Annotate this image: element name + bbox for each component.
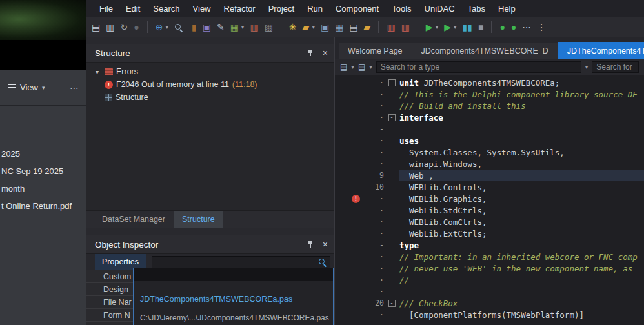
code-line-7[interactable]: · System.Classes, System.SysUtils,: [335, 146, 644, 158]
getit-icon[interactable]: ▦: [230, 23, 239, 32]
chevron-down-icon[interactable]: ▾: [585, 64, 589, 70]
code-line-5[interactable]: -: [335, 123, 644, 135]
menu-refactor[interactable]: Refactor: [217, 0, 262, 17]
new-items-icon[interactable]: ▤: [92, 23, 100, 32]
code-line-8[interactable]: · winapi.Windows,: [335, 158, 644, 170]
menu-search[interactable]: Search: [146, 0, 186, 17]
property-search-input[interactable]: [152, 258, 318, 267]
class-browser-icon[interactable]: ▤: [340, 63, 347, 72]
type-search-input[interactable]: [376, 61, 581, 73]
code-line-2[interactable]: ·// This is the Delphi component library…: [335, 88, 644, 100]
stop-icon[interactable]: ■: [478, 23, 483, 32]
code-line-1[interactable]: ·unit JDTheComponents4TMSWEBCOREa;: [335, 77, 644, 88]
menu-run[interactable]: Run: [301, 0, 329, 17]
pin-icon[interactable]: [307, 241, 314, 248]
attach-icon[interactable]: ●: [499, 23, 505, 32]
code-line-10[interactable]: 10 WEBLib.Controls,: [335, 181, 644, 193]
deploy-icon[interactable]: ▨: [265, 23, 273, 32]
code-line-21[interactable]: · [ComponentPlatforms(TMSWebPlatform)]: [335, 309, 644, 320]
platform-icon[interactable]: ▥: [250, 23, 258, 32]
dropdown-chevron-icon[interactable]: ▾: [454, 24, 457, 30]
menu-edit[interactable]: Edit: [119, 0, 146, 17]
code-line-14[interactable]: · WebLib.ExtCtrls;: [335, 228, 644, 239]
close-icon[interactable]: ×: [323, 240, 328, 249]
panel-tab-dataset-manager[interactable]: DataSet Manager: [94, 211, 173, 228]
refresh-icon[interactable]: ↻: [120, 23, 128, 32]
fold-icon[interactable]: [388, 79, 396, 86]
file-item[interactable]: t Online Return.pdf: [0, 197, 86, 215]
help-book-icon[interactable]: ▮: [192, 23, 197, 32]
close-icon[interactable]: ×: [323, 48, 328, 57]
run-without-debugging-icon[interactable]: ▶: [444, 23, 451, 32]
more-options-button[interactable]: ⋯: [70, 83, 79, 93]
code-line-16[interactable]: ·// Important: in an inherited webcore o…: [335, 251, 644, 262]
toggle-form-icon[interactable]: ▥: [387, 23, 395, 32]
dropdown-chevron-icon[interactable]: ▾: [241, 24, 245, 30]
code-line-13[interactable]: · WEBLib.ComCtrls,: [335, 216, 644, 228]
style-pen-icon[interactable]: ✎: [217, 23, 225, 32]
save-all-icon[interactable]: ▦: [335, 23, 343, 32]
tree-row[interactable]: ▾Errors: [86, 65, 334, 78]
chevron-down-icon[interactable]: ▾: [351, 64, 354, 70]
menu-view[interactable]: View: [186, 0, 217, 17]
menu-unidac[interactable]: UniDAC: [418, 0, 461, 17]
editor-tab[interactable]: JDcomponents4TMSWEBCORE_D: [412, 43, 558, 59]
dropdown-chevron-icon[interactable]: ▾: [165, 24, 168, 30]
unit-browser-icon[interactable]: ▤: [358, 63, 365, 72]
code-line-19[interactable]: ·: [335, 286, 644, 297]
tree-row[interactable]: F2046 Out of memory at line 11 (11:18): [86, 78, 334, 91]
sphere-icon[interactable]: ●: [134, 23, 139, 32]
save-icon[interactable]: ▣: [321, 23, 329, 32]
code-line-9[interactable]: 9 Web ,: [335, 170, 644, 181]
code-line-11[interactable]: · WEBLib.Graphics,: [335, 193, 644, 204]
editor-tab[interactable]: Welcome Page: [339, 43, 412, 59]
code-line-4[interactable]: ·interface: [335, 112, 644, 123]
menu-project[interactable]: Project: [262, 0, 301, 17]
code-line-20[interactable]: 20/// CheckBox: [335, 297, 644, 309]
dropdown-chevron-icon[interactable]: ▾: [436, 24, 439, 30]
run-icon[interactable]: ▶: [426, 23, 433, 32]
search-icon[interactable]: [174, 23, 183, 32]
error-icon[interactable]: [352, 195, 360, 203]
pause-icon[interactable]: ▮▮: [462, 23, 472, 32]
new-form-icon[interactable]: ✳: [289, 23, 297, 32]
fold-icon[interactable]: [388, 114, 396, 121]
code-editor[interactable]: ·unit JDTheComponents4TMSWEBCOREa;·// Th…: [335, 75, 644, 325]
menu-tools[interactable]: Tools: [385, 0, 418, 17]
fold-icon[interactable]: [388, 300, 396, 307]
recent-folder-icon[interactable]: ▰: [364, 23, 371, 32]
file-item[interactable]: 2025: [0, 145, 86, 162]
pin-icon[interactable]: [307, 49, 314, 57]
code-line-15[interactable]: -type: [335, 239, 644, 251]
view-button[interactable]: View: [20, 83, 38, 92]
menu-component[interactable]: Component: [329, 0, 385, 17]
dropdown-chevron-icon[interactable]: ▾: [312, 24, 315, 30]
web-globe-icon[interactable]: ⊕: [156, 23, 163, 32]
code-line-12[interactable]: · WebLib.StdCtrls,: [335, 204, 644, 216]
menu-help[interactable]: Help: [492, 0, 522, 17]
menu-file[interactable]: File: [93, 0, 119, 17]
tree-row[interactable]: Structure: [86, 91, 334, 104]
editor-tab[interactable]: JDTheComponents4TMSWEBCOREa: [558, 42, 644, 59]
filename-item[interactable]: JDTheComponents4TMSWEBCOREa.pas: [134, 293, 333, 306]
copy-icon[interactable]: ▤: [349, 23, 357, 32]
code-line-3[interactable]: ·/// Build and install this: [335, 100, 644, 112]
code-line-18[interactable]: ·//: [335, 274, 644, 286]
open-file-icon[interactable]: ▰: [303, 23, 310, 32]
open-items-icon[interactable]: ▥: [106, 23, 114, 32]
toggle-unit-icon[interactable]: ▥: [401, 23, 410, 32]
chevron-down-icon[interactable]: ▾: [369, 64, 372, 70]
filepath-item[interactable]: C:\JD\Jeremy\...\JDcomponents4TMSWEBCORE…: [134, 313, 333, 322]
panel-tab-structure[interactable]: Structure: [174, 211, 223, 228]
member-search-input[interactable]: [592, 61, 639, 73]
file-item[interactable]: month: [0, 180, 86, 197]
package-icon[interactable]: ▣: [203, 23, 211, 32]
code-line-6[interactable]: ·uses: [335, 135, 644, 146]
overflow-icon[interactable]: ⋮: [537, 23, 546, 32]
detach-icon[interactable]: ●: [511, 23, 516, 32]
tree-expander-icon[interactable]: ▾: [93, 68, 101, 75]
menu-tabs[interactable]: Tabs: [461, 0, 492, 17]
code-line-17[interactable]: ·// never use 'WEB' in the new component…: [335, 262, 644, 274]
file-item[interactable]: NC Sep 19 2025: [0, 162, 86, 180]
more-tools-icon[interactable]: ⋯: [522, 23, 531, 32]
